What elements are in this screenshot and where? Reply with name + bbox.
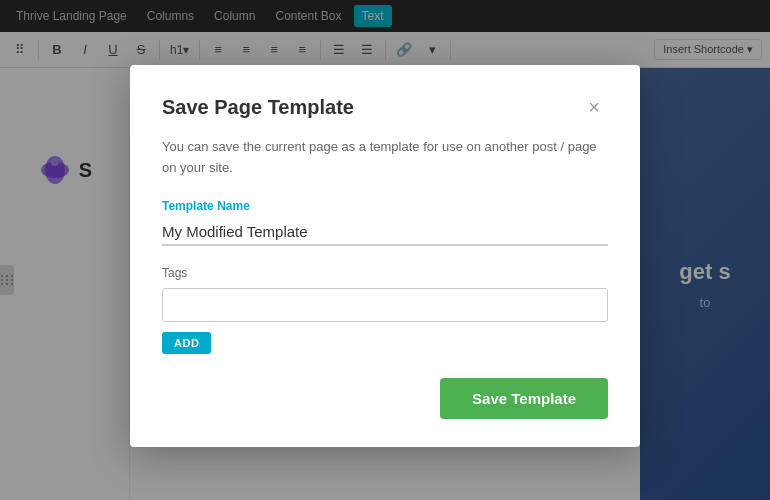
- add-tag-button[interactable]: ADD: [162, 332, 211, 354]
- modal-title: Save Page Template: [162, 96, 354, 119]
- save-template-button[interactable]: Save Template: [440, 378, 608, 419]
- template-name-input[interactable]: [162, 219, 608, 246]
- editor-background: Thrive Landing Page Columns Column Conte…: [0, 0, 770, 500]
- save-template-modal: Save Page Template × You can save the cu…: [130, 65, 640, 447]
- tags-input[interactable]: [171, 297, 599, 312]
- modal-footer: Save Template: [162, 378, 608, 419]
- tags-label: Tags: [162, 266, 608, 280]
- modal-close-button[interactable]: ×: [580, 93, 608, 121]
- template-name-label: Template Name: [162, 199, 608, 213]
- modal-header: Save Page Template ×: [162, 93, 608, 121]
- modal-description: You can save the current page as a templ…: [162, 137, 608, 179]
- tags-input-wrapper: [162, 288, 608, 322]
